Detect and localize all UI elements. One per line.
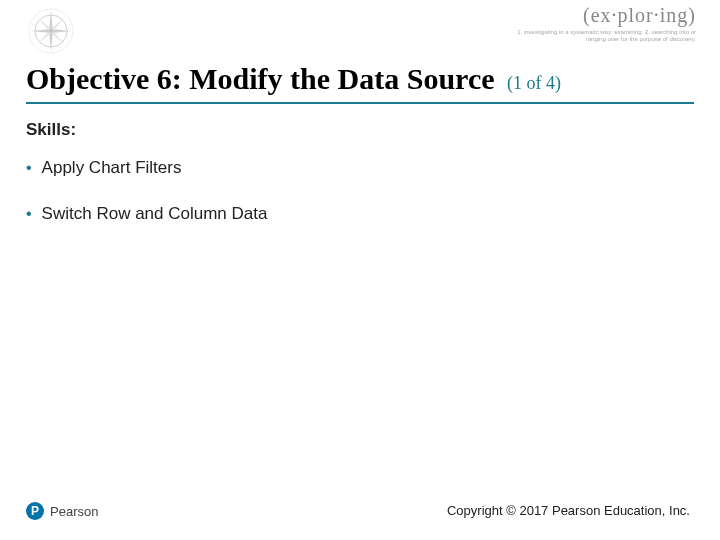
list-item: • Switch Row and Column Data — [26, 204, 694, 224]
list-item: • Apply Chart Filters — [26, 158, 694, 178]
bullet-icon: • — [26, 160, 32, 176]
slide-title: Objective 6: Modify the Data Source — [26, 62, 495, 95]
skills-heading: Skills: — [26, 120, 76, 140]
brand-subtitle: 1. investigating in a systematic way: ex… — [516, 29, 696, 43]
bullet-list: • Apply Chart Filters • Switch Row and C… — [26, 158, 694, 250]
logo-text: Pearson — [50, 504, 98, 519]
svg-point-6 — [49, 29, 53, 33]
publisher-logo: P Pearson — [26, 502, 98, 520]
brand-title: (ex·plor·ing) — [516, 4, 696, 27]
copyright-text: Copyright © 2017 Pearson Education, Inc. — [447, 503, 690, 518]
compass-icon — [26, 6, 76, 56]
bullet-text: Switch Row and Column Data — [42, 204, 268, 224]
slide-count: (1 of 4) — [507, 73, 561, 93]
bullet-text: Apply Chart Filters — [42, 158, 182, 178]
logo-mark: P — [26, 502, 44, 520]
bullet-icon: • — [26, 206, 32, 222]
brand-block: (ex·plor·ing) 1. investigating in a syst… — [516, 4, 696, 43]
slide-title-row: Objective 6: Modify the Data Source (1 o… — [26, 62, 694, 104]
